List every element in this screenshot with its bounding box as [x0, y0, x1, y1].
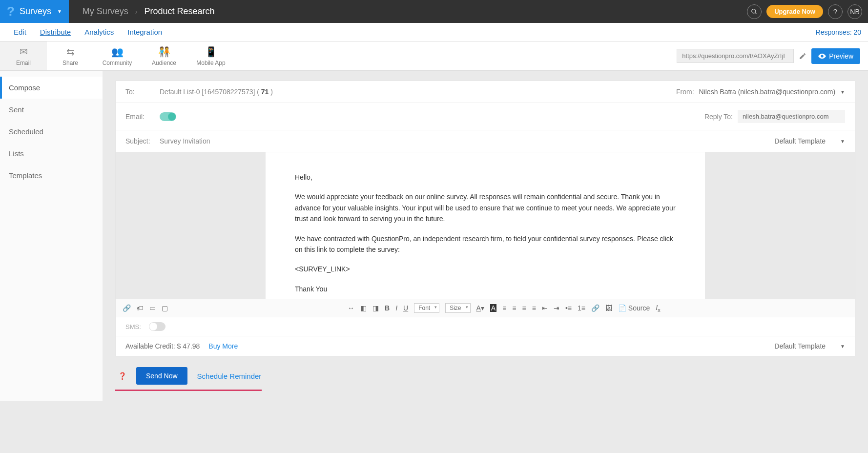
sms-label: SMS: [125, 323, 141, 330]
responses-count[interactable]: Responses: 20 [816, 28, 861, 36]
insert-image-button[interactable]: 🖼 [605, 304, 612, 312]
email-p3: We have contracted with QuestionPro, an … [295, 233, 676, 255]
fill-color-button[interactable]: ◧ [360, 304, 367, 312]
editor-toolbar: 🔗 🏷 ▭ ▢ ↔ ◧ ◨ B I U Font Size A▾ A [116, 299, 855, 317]
bg-color-button[interactable]: ◨ [372, 304, 379, 312]
bold-button[interactable]: B [385, 304, 390, 312]
search-button[interactable] [747, 4, 762, 19]
reply-to-label: Reply To: [704, 113, 733, 121]
card-button[interactable]: ▭ [149, 304, 156, 312]
sms-template-select[interactable]: Default Template ▼ [774, 342, 845, 350]
dist-audience[interactable]: 🧑‍🤝‍🧑 Audience [141, 46, 187, 66]
avatar-initials: NB [850, 8, 859, 16]
breadcrumb-root[interactable]: My Surveys [83, 6, 128, 17]
dist-email[interactable]: ✉ Email [0, 41, 47, 70]
email-paper: Hello, We would appreciate your feedback… [266, 152, 705, 299]
send-now-button[interactable]: Send Now [136, 367, 187, 385]
chevron-down-icon: ▼ [57, 9, 62, 14]
email-body-preview[interactable]: Hello, We would appreciate your feedback… [116, 152, 855, 299]
audience-icon: 🧑‍🤝‍🧑 [158, 46, 170, 58]
indent-button[interactable]: ⇥ [554, 304, 559, 312]
survey-url-field[interactable]: https://questionpro.com/t/AOXAyZrIjI [677, 49, 794, 63]
tab-integration[interactable]: Integration [121, 28, 169, 36]
outdent-button[interactable]: ⇤ [542, 304, 548, 312]
size-select[interactable]: Size [445, 303, 470, 313]
envelope-icon: ✉ [20, 46, 28, 58]
chevron-right-icon: › [135, 8, 138, 16]
mobile-icon: 📱 [205, 46, 217, 58]
align-right-button[interactable]: ≡ [522, 304, 526, 312]
subject-value[interactable]: Survey Invitation [160, 137, 210, 145]
layout-button[interactable]: ▢ [162, 304, 168, 312]
font-select[interactable]: Font [414, 303, 439, 313]
community-icon: 👥 [111, 46, 124, 58]
breadcrumb: My Surveys › Product Research [69, 0, 215, 23]
align-left-button[interactable]: ≡ [502, 304, 506, 312]
subject-row: Subject: Survey Invitation Default Templ… [116, 130, 855, 152]
sidebar-item-sent[interactable]: Sent [0, 99, 103, 121]
reply-to-field[interactable]: nilesh.batra@questionpro.com [738, 110, 845, 123]
email-toggle[interactable] [160, 112, 176, 121]
tab-distribute[interactable]: Distribute [33, 28, 78, 36]
from-label: From: [676, 88, 694, 96]
from-dropdown[interactable]: ▼ [840, 89, 845, 95]
eye-icon [818, 53, 826, 59]
expand-button[interactable]: ↔ [348, 304, 354, 312]
main-tabs: Edit Distribute Analytics Integration Re… [0, 23, 868, 41]
upgrade-button[interactable]: Upgrade Now [766, 5, 823, 18]
main-layout: Compose Sent Scheduled Lists Templates T… [0, 71, 868, 401]
brand-switcher[interactable]: ? Surveys ▼ [0, 0, 69, 23]
text-color-button[interactable]: A▾ [476, 304, 484, 312]
source-button[interactable]: 📄 Source [618, 304, 650, 312]
email-p2: We would appreciate your feedback on our… [295, 191, 676, 224]
tab-edit[interactable]: Edit [7, 28, 33, 36]
sidebar-item-lists[interactable]: Lists [0, 143, 103, 165]
distribute-toolbar: ✉ Email ⇆ Share 👥 Community 🧑‍🤝‍🧑 Audien… [0, 41, 868, 71]
sidebar-item-templates[interactable]: Templates [0, 165, 103, 186]
sidebar-item-scheduled[interactable]: Scheduled [0, 121, 103, 143]
align-center-button[interactable]: ≡ [512, 304, 516, 312]
number-list-button[interactable]: 1≡ [578, 304, 585, 312]
tab-analytics[interactable]: Analytics [78, 28, 121, 36]
dist-label: Share [62, 60, 78, 66]
help-icon[interactable]: ❓ [118, 372, 126, 380]
dist-community[interactable]: 👥 Community [94, 46, 141, 66]
highlight-button[interactable]: A [490, 304, 496, 312]
italic-button[interactable]: I [395, 304, 397, 312]
pencil-icon [799, 52, 806, 60]
bullet-list-button[interactable]: •≡ [565, 304, 572, 312]
dist-mobile[interactable]: 📱 Mobile App [187, 46, 234, 66]
underline-button[interactable]: U [403, 304, 408, 312]
link-button[interactable]: 🔗 [123, 304, 131, 312]
user-avatar[interactable]: NB [847, 4, 862, 19]
tag-button[interactable]: 🏷 [137, 304, 144, 312]
insert-link-button[interactable]: 🔗 [591, 304, 599, 312]
highlight-underline [115, 390, 262, 391]
clear-format-button[interactable]: Ix [656, 304, 661, 313]
email-p4: <SURVEY_LINK> [295, 264, 676, 274]
help-button[interactable]: ? [828, 4, 843, 19]
sms-template-label: Default Template [774, 342, 826, 350]
sms-toggle[interactable] [149, 322, 165, 331]
help-icon: ? [833, 8, 837, 16]
to-value[interactable]: Default List-0 [1645708227573] ( 71 ) [160, 88, 273, 96]
email-label: Email: [125, 113, 160, 121]
template-select[interactable]: Default Template ▼ [774, 137, 845, 145]
schedule-reminder-link[interactable]: Schedule Reminder [197, 372, 262, 380]
subject-label: Subject: [125, 137, 160, 145]
buy-more-link[interactable]: Buy More [208, 342, 238, 350]
email-replyto-row: Email: Reply To: nilesh.batra@questionpr… [116, 103, 855, 130]
align-justify-button[interactable]: ≡ [532, 304, 536, 312]
to-from-row: To: Default List-0 [1645708227573] ( 71 … [116, 81, 855, 103]
top-bar: ? Surveys ▼ My Surveys › Product Researc… [0, 0, 868, 23]
edit-url-button[interactable] [799, 52, 806, 60]
content-area: To: Default List-0 [1645708227573] ( 71 … [103, 71, 868, 401]
dist-share[interactable]: ⇆ Share [47, 46, 94, 66]
dist-label: Mobile App [196, 60, 225, 66]
chevron-down-icon: ▼ [840, 139, 845, 144]
email-p1: Hello, [295, 172, 676, 183]
sidebar-item-compose[interactable]: Compose [0, 77, 103, 99]
preview-button[interactable]: Preview [811, 48, 860, 64]
chevron-down-icon: ▼ [840, 344, 845, 349]
dist-label: Community [103, 60, 132, 66]
